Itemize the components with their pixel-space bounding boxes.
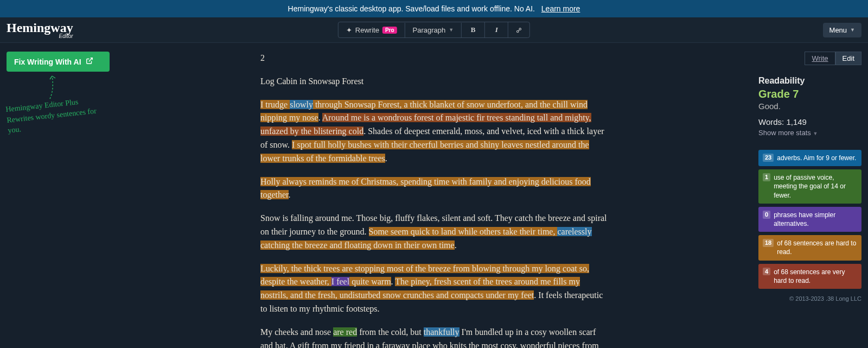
banner-learn-more-link[interactable]: Learn more	[541, 4, 580, 13]
hard-span: I spot full holly bushes with their chee…	[260, 140, 589, 163]
card-text: phrases have simpler alternatives.	[774, 211, 857, 228]
chevron-down-icon: ▼	[813, 131, 818, 136]
italic-button[interactable]: I	[485, 22, 508, 37]
arrow-icon	[39, 73, 61, 100]
tagline-callout: Hemingway Editor Plus Rewrites wordy sen…	[7, 99, 110, 131]
pro-badge: Pro	[382, 27, 397, 34]
svg-line-0	[88, 58, 92, 61]
card-text: adverbs. Aim for 9 or fewer.	[777, 154, 856, 162]
format-toolbar: ✦ Rewrite Pro Paragraph ▼ B I ⚯	[338, 22, 530, 38]
toolbar: Hemingway Editor ✦ Rewrite Pro Paragraph…	[0, 17, 868, 43]
passive-span: are red	[333, 327, 357, 337]
card-count: 1	[763, 173, 770, 181]
doc-paragraph: Luckily, the thick trees are stopping mo…	[260, 262, 608, 316]
word-count: Words: 1,149	[758, 117, 861, 126]
readability-label: Readability	[758, 76, 861, 86]
card-very-hard[interactable]: 4of 68 sentences are very hard to read.	[758, 264, 861, 289]
card-count: 4	[763, 268, 770, 276]
card-simpler[interactable]: 0phrases have simpler alternatives.	[758, 207, 861, 232]
fix-writing-button[interactable]: Fix Writing With AI	[7, 52, 110, 72]
bold-button[interactable]: B	[462, 22, 485, 37]
card-passive[interactable]: 1use of passive voice, meeting the goal …	[758, 169, 861, 204]
italic-icon: I	[493, 26, 500, 34]
promo-banner: Hemingway's classic desktop app. Save/lo…	[0, 0, 868, 17]
tab-edit[interactable]: Edit	[835, 52, 861, 65]
doc-paragraph: I trudge slowly through Snowsap Forest, …	[260, 98, 608, 166]
words-value: 1,149	[786, 117, 807, 126]
rewrite-label: Rewrite	[355, 26, 379, 34]
show-more-stats[interactable]: Show more stats ▼	[758, 129, 861, 137]
link-icon: ⚯	[514, 25, 524, 35]
adverb-span: carelessly	[557, 227, 591, 236]
weakener-span: I feel	[331, 277, 349, 286]
rewrite-button[interactable]: ✦ Rewrite Pro	[339, 23, 405, 37]
card-adverbs[interactable]: 23adverbs. Aim for 9 or fewer.	[758, 150, 861, 166]
editor[interactable]: 2 Log Cabin in Snowsap Forest I trudge s…	[260, 52, 608, 348]
adverb-span: slowly	[290, 100, 313, 109]
tab-write[interactable]: Write	[805, 52, 835, 65]
sparkle-icon: ✦	[346, 26, 352, 34]
fix-writing-label: Fix Writing With AI	[14, 58, 81, 66]
menu-button[interactable]: Menu ▼	[823, 23, 861, 37]
card-count: 0	[763, 211, 770, 219]
doc-paragraph: Holly always reminds me of Christmas, sp…	[260, 175, 608, 203]
words-label: Words:	[758, 117, 784, 126]
footer-copyright: © 2013-2023 .38 Long LLC	[758, 295, 861, 302]
readability-good: Good.	[758, 102, 861, 111]
chevron-down-icon: ▼	[850, 27, 855, 33]
card-text: of 68 sentences are hard to read.	[777, 239, 857, 256]
card-text: of 68 sentences are very hard to read.	[774, 268, 857, 285]
card-hard[interactable]: 18of 68 sentences are hard to read.	[758, 235, 861, 260]
doc-paragraph: Snow is falling around me. Those big, fl…	[260, 212, 608, 252]
adverb-span: thankfully	[424, 327, 459, 337]
card-count: 23	[763, 154, 774, 162]
doc-section-number: 2	[260, 52, 608, 65]
paragraph-dropdown[interactable]: Paragraph ▼	[405, 23, 462, 37]
doc-paragraph: My cheeks and nose are red from the cold…	[260, 326, 608, 348]
mode-tabs: Write Edit	[758, 52, 861, 65]
bold-icon: B	[469, 26, 477, 34]
menu-label: Menu	[829, 26, 847, 34]
external-link-icon	[86, 57, 93, 66]
readability-grade: Grade 7	[758, 88, 861, 100]
chevron-down-icon: ▼	[449, 27, 454, 33]
left-sidebar: Fix Writing With AI Hemingway Editor Plu…	[7, 52, 110, 348]
stat-cards: 23adverbs. Aim for 9 or fewer. 1use of p…	[758, 150, 861, 289]
doc-title: Log Cabin in Snowsap Forest	[260, 75, 608, 88]
paragraph-label: Paragraph	[413, 26, 446, 34]
right-sidebar: Write Edit Readability Grade 7 Good. Wor…	[758, 52, 861, 348]
hard-span: Holly always reminds me of Christmas, sp…	[260, 177, 591, 200]
banner-text: Hemingway's classic desktop app. Save/lo…	[288, 4, 535, 13]
card-count: 18	[763, 239, 774, 247]
card-text: use of passive voice, meeting the goal o…	[774, 173, 857, 200]
brand-logo: Hemingway Editor	[7, 21, 73, 39]
link-button[interactable]: ⚯	[508, 23, 529, 37]
